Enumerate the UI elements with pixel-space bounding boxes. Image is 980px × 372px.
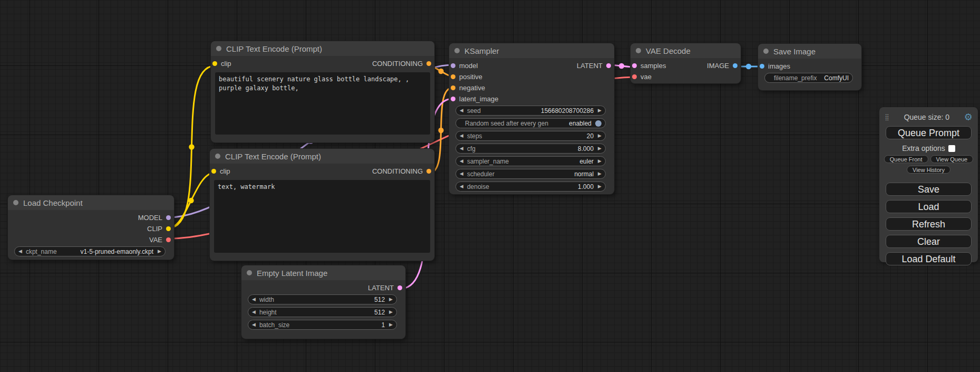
input-port-model[interactable] [451,63,455,68]
node-title-bar[interactable]: KSampler [449,43,614,58]
output-port-IMAGE[interactable] [733,63,738,68]
node-title-bar[interactable]: VAE Decode [630,43,741,58]
node-vae-decode[interactable]: VAE DecodesamplesIMAGEvae [630,43,741,83]
decrement-arrow[interactable]: ◀ [252,307,256,317]
node-body: MODELCLIPVAE◀ckpt_namev1-5-pruned-emaonl… [8,210,174,256]
output-label: MODEL [138,214,162,222]
output-port-CLIP[interactable] [166,226,171,231]
widget-cfg[interactable]: ◀cfg8.000▶ [455,144,606,154]
decrement-arrow[interactable]: ◀ [252,294,256,304]
output-port-LATENT[interactable] [397,285,402,290]
output-port-CONDITIONING[interactable] [426,61,431,66]
widget-width[interactable]: ◀width512▶ [248,294,397,304]
node-title-bar[interactable]: CLIP Text Encode (Prompt) [211,41,434,56]
decrement-arrow[interactable]: ◀ [460,182,463,192]
toggle-indicator[interactable] [595,120,601,127]
drag-handle-icon[interactable]: ⣿ [885,113,889,121]
increment-arrow[interactable]: ▶ [598,106,601,116]
save-button[interactable]: Save [886,183,972,196]
increment-arrow[interactable]: ▶ [389,307,393,317]
input-port-negative[interactable] [451,85,455,90]
increment-arrow[interactable]: ▶ [389,294,393,304]
node-title-label: Load Checkpoint [23,198,83,207]
output-port-VAE[interactable] [166,237,171,242]
decrement-arrow[interactable]: ◀ [460,169,463,179]
input-slot-negative: negative [449,84,485,92]
slot-row: latent_image [449,93,614,104]
prompt-textarea[interactable]: beautiful scenery nature glass bottle la… [215,72,430,135]
increment-arrow[interactable]: ▶ [158,246,161,256]
view-history-button[interactable]: View History [907,166,950,174]
widget-denoise[interactable]: ◀denoise1.000▶ [455,182,606,192]
input-port-vae[interactable] [632,74,637,79]
node-status-dot [636,48,641,53]
node-title-bar[interactable]: Load Checkpoint [8,195,174,210]
node-title-bar[interactable]: Empty Latent Image [241,265,405,280]
output-port-LATENT[interactable] [606,63,611,68]
widget-value: 512 [374,296,385,303]
input-port-positive[interactable] [451,74,455,79]
queue-front-button[interactable]: Queue Front [884,155,928,163]
load-button[interactable]: Load [886,200,972,213]
clear-button[interactable]: Clear [886,235,972,248]
input-port-latent_image[interactable] [451,97,455,101]
output-slot-CLIP: CLIP [147,225,174,233]
extra-options-checkbox[interactable] [948,145,955,152]
view-queue-button[interactable]: View Queue [930,155,974,163]
increment-arrow[interactable]: ▶ [598,169,601,179]
node-save-image[interactable]: Save Imageimagesfilename_prefixComfyUI [758,44,861,90]
widget-scheduler[interactable]: ◀schedulernormal▶ [455,169,606,179]
widget-label: filename_prefix [774,74,817,82]
decrement-arrow[interactable]: ◀ [252,320,256,330]
widget-value: 20 [587,132,594,140]
increment-arrow[interactable]: ▶ [598,131,601,141]
node-title-bar[interactable]: Save Image [758,44,861,59]
node-clip-text-encode-negative[interactable]: CLIP Text Encode (Prompt)clipCONDITIONIN… [210,149,434,261]
widget-seed[interactable]: ◀seed156680208700286▶ [455,106,606,116]
decrement-arrow[interactable]: ◀ [460,144,463,154]
output-port-MODEL[interactable] [166,215,171,220]
node-body: imagesfilename_prefixComfyUI [758,59,861,83]
input-port-clip[interactable] [212,61,217,66]
node-graph-canvas[interactable]: ⣿ Queue size: 0 ⚙ Queue Prompt Extra opt… [0,0,980,372]
output-port-CONDITIONING[interactable] [426,169,431,174]
node-empty-latent-image[interactable]: Empty Latent ImageLATENT◀width512▶◀heigh… [241,265,405,339]
increment-arrow[interactable]: ▶ [598,144,601,154]
widget-steps[interactable]: ◀steps20▶ [455,131,606,141]
increment-arrow[interactable]: ▶ [598,156,601,166]
widget-ckpt_name[interactable]: ◀ckpt_namev1-5-pruned-emaonly.ckpt▶ [14,246,166,256]
input-port-samples[interactable] [632,63,637,68]
extra-options-label: Extra options [902,144,945,152]
queue-prompt-button[interactable]: Queue Prompt [886,126,972,139]
load-default-button[interactable]: Load Default [886,252,972,265]
output-label: CLIP [147,225,162,233]
node-title-label: CLIP Text Encode (Prompt) [225,152,321,161]
queue-size-label: Queue size: 0 [889,113,964,121]
widget-value: v1-5-pruned-emaonly.ckpt [81,248,154,255]
widgets: ◀seed156680208700286▶Random seed after e… [449,106,614,192]
decrement-arrow[interactable]: ◀ [460,131,463,141]
node-ksampler[interactable]: KSamplermodelLATENTpositivenegativelaten… [449,43,614,194]
gear-icon[interactable]: ⚙ [964,112,973,122]
node-title-bar[interactable]: CLIP Text Encode (Prompt) [210,149,434,164]
decrement-arrow[interactable]: ◀ [18,246,22,256]
refresh-button[interactable]: Refresh [886,217,972,231]
decrement-arrow[interactable]: ◀ [460,106,463,116]
node-title-label: VAE Decode [646,46,691,55]
node-load-checkpoint[interactable]: Load CheckpointMODELCLIPVAE◀ckpt_namev1-… [8,195,174,260]
decrement-arrow[interactable]: ◀ [460,156,463,166]
input-port-images[interactable] [760,64,764,69]
widget-Random seed after every gen[interactable]: Random seed after every genenabled [455,118,606,128]
widget-filename_prefix[interactable]: filename_prefixComfyUI [764,73,853,83]
widget-sampler_name[interactable]: ◀sampler_nameeuler▶ [455,156,606,166]
widget-batch_size[interactable]: ◀batch_size1▶ [248,320,397,330]
node-clip-text-encode-positive[interactable]: CLIP Text Encode (Prompt)clipCONDITIONIN… [211,41,434,142]
input-label: samples [641,62,666,70]
widget-height[interactable]: ◀height512▶ [248,307,397,317]
increment-arrow[interactable]: ▶ [598,182,601,192]
output-label: VAE [149,236,162,244]
prompt-textarea[interactable]: text, watermark [214,180,430,253]
increment-arrow[interactable]: ▶ [389,320,393,330]
input-port-clip[interactable] [211,169,216,174]
widget-label: sampler_name [467,158,509,165]
